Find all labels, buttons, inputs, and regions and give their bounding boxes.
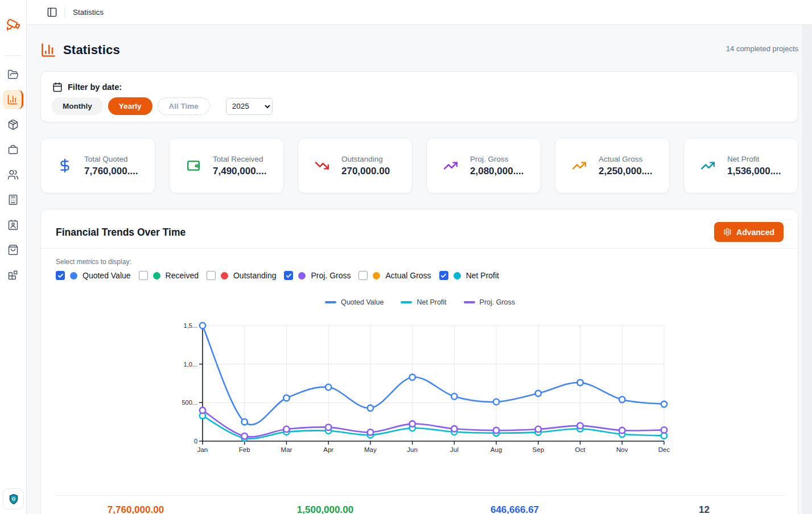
legend-label: Net Profit	[417, 298, 446, 306]
metric-color-dot	[298, 272, 306, 279]
stat-card-label: Net Profit	[727, 155, 781, 163]
metric-toggle-received[interactable]: Received	[139, 271, 199, 280]
sidebar-item-customers[interactable]	[3, 165, 23, 184]
svg-text:Jan: Jan	[197, 446, 208, 453]
metric-color-dot	[70, 272, 77, 279]
sidebar-nav	[3, 65, 24, 285]
summary-row: 7,760,000.001,500,000.00646,666.6712	[41, 504, 799, 514]
summary-value: 12	[609, 504, 799, 514]
metric-label: Outstanding	[233, 271, 277, 280]
checkbox-icon[interactable]	[284, 271, 293, 280]
scrollbar-track[interactable]	[802, 25, 812, 514]
svg-text:Jun: Jun	[407, 446, 418, 453]
trends-divider	[41, 248, 799, 249]
metric-toggle-outstanding[interactable]: Outstanding	[207, 271, 277, 280]
legend-item-quoted-value[interactable]: Quoted Value	[325, 298, 384, 306]
stat-card-total-quoted: Total Quoted7,760,000....	[40, 138, 155, 194]
checkbox-icon[interactable]	[139, 271, 148, 280]
stat-card-value: 7,760,000....	[84, 166, 138, 177]
svg-text:Apr: Apr	[323, 446, 333, 453]
trending-up-icon	[572, 158, 588, 173]
wallet-icon	[186, 158, 202, 173]
breadcrumb-divider	[64, 7, 65, 18]
legend-item-net-profit[interactable]: Net Profit	[401, 298, 446, 306]
sidebar-divider	[5, 55, 22, 56]
filter-buttons: MonthlyYearlyAll Time2025	[52, 97, 273, 115]
svg-text:0: 0	[194, 438, 197, 445]
sidebar-item-statistics[interactable]	[3, 90, 23, 109]
svg-text:1,0...: 1,0...	[184, 361, 197, 368]
legend-item-proj-gross[interactable]: Proj. Gross	[464, 298, 516, 306]
metric-label: Net Profit	[466, 271, 499, 280]
filter-option-monthly[interactable]: Monthly	[52, 97, 103, 115]
svg-text:May: May	[364, 446, 377, 453]
sidebar-toggle-icon[interactable]	[45, 6, 59, 19]
summary-divider	[55, 495, 785, 496]
sidebar-item-contacts[interactable]	[3, 215, 23, 235]
legend-swatch	[464, 301, 475, 303]
svg-text:Nov: Nov	[616, 446, 628, 453]
page-title: Statistics	[63, 43, 120, 57]
stat-card-value: 2,250,000....	[599, 166, 653, 177]
app-logo[interactable]	[0, 17, 27, 32]
stat-cards-row: Total Quoted7,760,000....Total Received7…	[40, 138, 798, 194]
legend-swatch	[401, 301, 412, 303]
sidebar-item-estimates[interactable]	[3, 190, 23, 209]
checkbox-icon[interactable]	[358, 271, 368, 280]
metric-color-dot	[221, 272, 228, 279]
legend-label: Proj. Gross	[480, 298, 516, 306]
chart-column-icon	[40, 42, 56, 58]
trends-chart: 0500...1,0...1,5...JanFebMarAprMayJunJul…	[41, 319, 799, 462]
advanced-button-label: Advanced	[736, 228, 774, 237]
sidebar-item-orders[interactable]	[3, 240, 23, 260]
metric-label: Proj. Gross	[311, 271, 351, 280]
stat-card-outstanding: Outstanding270,000.00	[298, 138, 413, 194]
metric-toggle-actual-gross[interactable]: Actual Gross	[358, 271, 431, 280]
metric-toggle-row: Quoted ValueReceivedOutstandingProj. Gro…	[56, 271, 499, 280]
cctv-camera-icon	[6, 17, 21, 32]
financial-trends-card: Financial Trends Over Time Advanced Sele…	[40, 209, 798, 514]
calendar-icon	[52, 82, 63, 92]
filter-label: Filter by date:	[68, 83, 122, 92]
checkbox-icon[interactable]	[207, 271, 216, 280]
stat-card-label: Actual Gross	[599, 155, 653, 163]
sidebar-item-projects[interactable]	[3, 65, 23, 84]
metric-color-dot	[454, 272, 461, 279]
select-metrics-label: Select metrics to display:	[56, 258, 131, 266]
svg-text:Feb: Feb	[239, 446, 250, 453]
sidebar-item-integrations[interactable]	[3, 265, 23, 285]
trends-chart-svg: 0500...1,0...1,5...JanFebMarAprMayJunJul…	[41, 319, 799, 462]
stat-card-label: Total Received	[213, 155, 267, 163]
year-select[interactable]: 2025	[226, 98, 273, 115]
svg-text:Aug: Aug	[491, 446, 502, 453]
metric-color-dot	[153, 272, 160, 279]
summary-value: 7,760,000.00	[41, 504, 230, 514]
shield-logo-icon	[7, 493, 20, 505]
metric-toggle-net-profit[interactable]: Net Profit	[439, 271, 499, 280]
checkbox-icon[interactable]	[56, 271, 65, 280]
advanced-button[interactable]: Advanced	[714, 222, 784, 242]
stat-card-total-received: Total Received7,490,000....	[169, 138, 284, 194]
svg-text:Mar: Mar	[281, 446, 292, 453]
legend-label: Quoted Value	[341, 298, 384, 306]
gear-icon	[723, 228, 732, 236]
top-header: Statistics	[27, 0, 812, 25]
sidebar-item-packages[interactable]	[3, 115, 23, 134]
checkbox-icon[interactable]	[439, 271, 448, 280]
page-head: Statistics 14 completed projects	[40, 38, 798, 63]
metric-toggle-quoted-value[interactable]: Quoted Value	[56, 271, 131, 280]
svg-text:Jul: Jul	[450, 446, 459, 453]
filter-option-yearly[interactable]: Yearly	[108, 97, 152, 115]
shield-logo-button[interactable]	[3, 488, 24, 509]
breadcrumb: Statistics	[73, 8, 104, 17]
svg-text:Oct: Oct	[575, 446, 586, 453]
stat-card-value: 270,000.00	[341, 166, 390, 177]
series-line-quoted-value	[203, 326, 664, 425]
summary-value: 646,666.67	[420, 504, 609, 514]
filter-option-all-time[interactable]: All Time	[158, 97, 210, 115]
metric-label: Actual Gross	[385, 271, 431, 280]
summary-value: 1,500,000.00	[230, 504, 420, 514]
metric-toggle-proj-gross[interactable]: Proj. Gross	[284, 271, 351, 280]
sidebar-item-jobs[interactable]	[3, 140, 23, 159]
trending-down-icon	[315, 158, 331, 173]
